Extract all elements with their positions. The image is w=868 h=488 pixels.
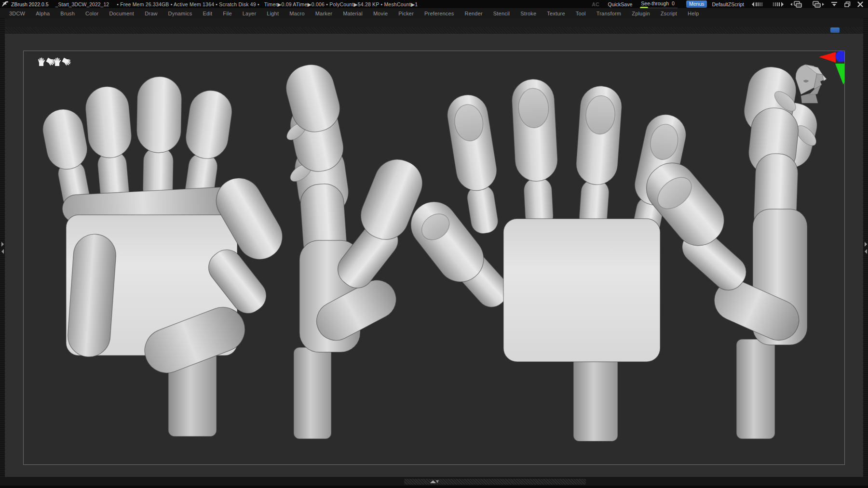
menu-brush[interactable]: Brush (55, 11, 80, 16)
window-bottom-edge (0, 486, 868, 488)
menu-edit[interactable]: Edit (197, 11, 217, 16)
close-window-icon[interactable] (857, 1, 863, 7)
default-zscript-button[interactable]: DefaultZScript (712, 1, 744, 7)
zbrush-logo-icon (1, 1, 9, 7)
document-viewport[interactable] (23, 51, 845, 465)
camera-head-gizmo[interactable] (796, 65, 827, 103)
see-through-slider[interactable]: See-through 0 (640, 0, 678, 8)
menu-bar: 3DCWAlphaBrushColorDocumentDrawDynamicsE… (0, 8, 868, 18)
menu-3dcw[interactable]: 3DCW (4, 11, 30, 16)
bottom-tray-handle[interactable] (404, 479, 586, 485)
horizontal-scrollbar-track[interactable] (0, 27, 868, 33)
menu-preferences[interactable]: Preferences (419, 11, 460, 16)
menu-stencil[interactable]: Stencil (488, 11, 515, 16)
shrink-ui-left-icon[interactable] (752, 1, 764, 7)
perf-stats: Timer▶0.09 ATime▶0.006 • PolyCount▶54.28… (264, 1, 418, 7)
cycle-ui-right-icon[interactable] (811, 1, 824, 8)
menu-alpha[interactable]: Alpha (30, 11, 55, 16)
menu-dynamics[interactable]: Dynamics (163, 11, 198, 16)
tray-toggle-arrows-icon[interactable] (426, 479, 443, 484)
cycle-ui-left-icon[interactable] (790, 1, 804, 8)
document-name: _Start_3DCW_2022_12 (55, 1, 109, 7)
menu-draw[interactable]: Draw (139, 11, 163, 16)
left-tray-toggle-icon[interactable] (0, 241, 5, 255)
menu-layer[interactable]: Layer (237, 11, 262, 16)
menu-macro[interactable]: Macro (284, 11, 310, 16)
right-tray-toggle-icon[interactable] (863, 241, 868, 255)
zbrush-window: ZBrush 2022.0.5 _Start_3DCW_2022_12 • Fr… (0, 0, 868, 488)
menu-render[interactable]: Render (460, 11, 488, 16)
menu-file[interactable]: File (217, 11, 237, 16)
menu-tool[interactable]: Tool (570, 11, 591, 16)
menu-zscript[interactable]: Zscript (655, 11, 682, 16)
app-version: ZBrush 2022.0.5 (11, 1, 49, 7)
menus-toggle-button[interactable]: Menus (686, 0, 707, 8)
menu-texture[interactable]: Texture (542, 11, 570, 16)
axis-y-arrow-icon (835, 64, 844, 85)
menu-zplugin[interactable]: Zplugin (626, 11, 655, 16)
sculpt-scene (24, 51, 844, 464)
top-scroll-area (0, 18, 868, 34)
hand-model-palm-view (40, 76, 291, 436)
title-bar: ZBrush 2022.0.5 _Start_3DCW_2022_12 • Fr… (0, 0, 868, 8)
horizontal-scrollbar-thumb[interactable] (830, 27, 840, 33)
right-tray-divider[interactable] (863, 18, 868, 477)
ac-indicator: AC (592, 1, 599, 7)
hand-model-side-view-a (279, 59, 430, 439)
menu-document[interactable]: Document (104, 11, 139, 16)
shrink-ui-right-icon[interactable] (771, 1, 784, 7)
menu-material[interactable]: Material (338, 11, 368, 16)
menu-movie[interactable]: Movie (368, 11, 393, 16)
minimize-icon[interactable] (831, 1, 838, 7)
restore-window-icon[interactable] (844, 1, 851, 7)
memory-stats: • Free Mem 26.334GB • Active Mem 1364 • … (117, 1, 259, 7)
hand-model-back-view (402, 78, 690, 441)
left-tray-divider[interactable] (0, 18, 5, 477)
menu-stroke[interactable]: Stroke (515, 11, 542, 16)
menu-light[interactable]: Light (261, 11, 284, 16)
axis-x-arrow-icon (819, 52, 836, 63)
quicksave-button[interactable]: QuickSave (608, 1, 633, 7)
mini-hand-stamps (38, 57, 72, 66)
menu-marker[interactable]: Marker (310, 11, 338, 16)
menu-picker[interactable]: Picker (393, 11, 419, 16)
see-through-label: See-through (641, 0, 669, 6)
axis-z-dot-icon (836, 51, 845, 62)
menu-transform[interactable]: Transform (591, 11, 627, 16)
menu-help[interactable]: Help (682, 11, 704, 16)
see-through-value: 0 (672, 0, 675, 6)
menu-color[interactable]: Color (80, 11, 104, 16)
